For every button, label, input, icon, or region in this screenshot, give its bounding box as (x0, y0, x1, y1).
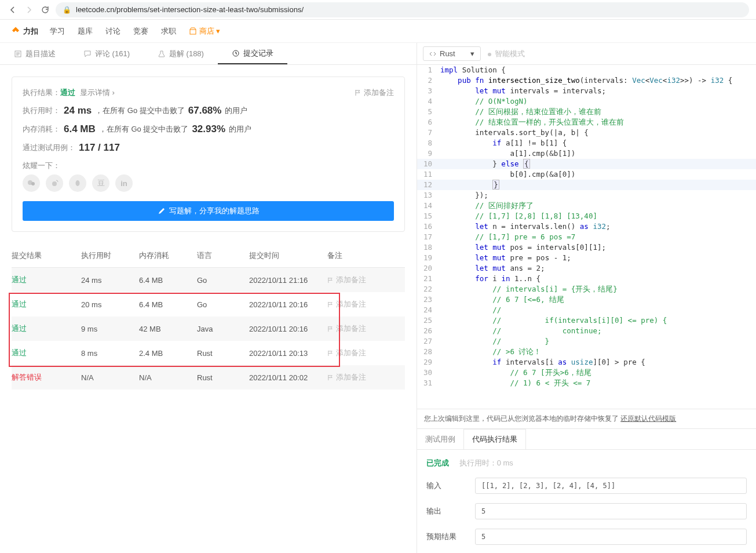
url-bar[interactable]: 🔒 leetcode.cn/problems/set-intersection-… (56, 2, 749, 17)
smart-mode-hint[interactable]: 智能模式 (488, 49, 525, 59)
line-number: 2 (417, 75, 440, 86)
mem-cell: 42 MB (139, 325, 197, 333)
lock-icon: 🔒 (63, 6, 71, 14)
nav-learn[interactable]: 学习 (49, 24, 66, 39)
nav-problems[interactable]: 题库 (76, 24, 94, 39)
lang-cell: Rust (197, 349, 249, 358)
code-content: a[1].cmp(&b[1]) (440, 148, 575, 159)
ts-cell: 2022/10/11 20:16 (249, 300, 327, 309)
weibo-icon (50, 179, 59, 188)
tab-submissions[interactable]: 提交记录 (218, 43, 287, 64)
add-note-button[interactable]: 添加备注 (355, 88, 394, 98)
share-linkedin[interactable]: in (115, 174, 133, 192)
pencil-icon (158, 207, 166, 215)
table-row[interactable]: 通过20 ms6.4 MBGo2022/10/11 20:16添加备注 (12, 292, 405, 316)
memory-pct: 32.93% (192, 123, 225, 135)
description-icon (14, 50, 22, 58)
nav-discuss[interactable]: 讨论 (104, 24, 122, 39)
show-detail-link[interactable]: 显示详情 › (80, 88, 115, 98)
line-number: 7 (417, 128, 440, 138)
code-content: } else { (440, 159, 530, 169)
write-solution-button[interactable]: 写题解，分享我的解题思路 (23, 201, 394, 221)
lang-cell: Go (197, 300, 249, 309)
code-content: if a[1] != b[1] { (440, 138, 567, 148)
table-row[interactable]: 解答错误N/AN/ARust2022/10/11 20:02添加备注 (12, 365, 405, 390)
svg-rect-0 (190, 30, 196, 34)
restore-link[interactable]: 还原默认代码模版 (620, 414, 676, 423)
code-content: // 1) 6 < 开头 <= 7 (440, 378, 590, 388)
row-add-note[interactable]: 添加备注 (327, 275, 391, 285)
time-cell: N/A (81, 373, 139, 382)
code-content: // if(intervals[i][0] <= pre) { (440, 315, 667, 326)
flag-icon (327, 350, 334, 356)
code-content: b[0].cmp(&a[0]) (440, 169, 575, 180)
share-qq[interactable] (69, 174, 86, 192)
status-cell[interactable]: 通过 (12, 323, 81, 334)
mem-cell: 2.4 MB (139, 349, 197, 358)
code-content: } (440, 180, 499, 190)
testcase-count: 117 / 117 (79, 142, 120, 154)
share-douban[interactable]: 豆 (92, 174, 109, 192)
ts-cell: 2022/10/11 21:16 (249, 276, 327, 285)
output-value[interactable]: 5 (475, 503, 747, 519)
line-number: 30 (417, 368, 440, 378)
runtime-label: 执行用时： (23, 105, 60, 116)
line-number: 1 (417, 65, 440, 75)
mem-cell: N/A (139, 373, 197, 382)
table-row[interactable]: 通过8 ms2.4 MBRust2022/10/11 20:13添加备注 (12, 341, 405, 365)
line-number: 28 (417, 347, 440, 357)
row-add-note[interactable]: 添加备注 (327, 348, 391, 358)
nav-contest[interactable]: 竞赛 (132, 24, 149, 39)
input-value[interactable]: [[1, 2], [2, 3], [2, 4], [4, 5]] (475, 478, 747, 494)
brand-text: 力扣 (23, 26, 38, 37)
code-content: let mut intervals = intervals; (440, 86, 606, 96)
tab-solutions[interactable]: 题解 (188) (144, 43, 218, 64)
line-number: 27 (417, 336, 440, 347)
status-cell[interactable]: 通过 (12, 299, 81, 310)
tab-comments[interactable]: 评论 (161) (70, 43, 144, 64)
code-content: // [1,7] [2,8] [1,8] [13,40] (440, 211, 597, 221)
table-row[interactable]: 通过24 ms6.4 MBGo2022/10/11 21:16添加备注 (12, 268, 405, 292)
line-number: 10 (417, 159, 440, 169)
tab-result[interactable]: 代码执行结果 (463, 429, 526, 449)
flag-icon (355, 89, 361, 96)
code-content: // 区间根据，结束位置谁小，谁在前 (440, 107, 601, 117)
nav-jobs[interactable]: 求职 (160, 24, 177, 39)
back-icon[interactable] (7, 4, 19, 16)
nav-store[interactable]: 商店 ▾ (188, 24, 221, 39)
mem-cell: 6.4 MB (139, 276, 197, 285)
line-number: 19 (417, 253, 440, 263)
lang-cell: Java (197, 325, 249, 333)
code-content: let mut pos = intervals[0][1]; (440, 242, 606, 253)
forward-icon[interactable] (23, 4, 35, 16)
svg-point-4 (31, 182, 35, 185)
share-weibo[interactable] (46, 174, 63, 192)
row-add-note[interactable]: 添加备注 (327, 372, 391, 383)
line-number: 26 (417, 326, 440, 336)
code-content: let n = intervals.len() as i32; (440, 221, 611, 232)
svg-point-5 (52, 181, 57, 186)
runtime-pct: 67.68% (188, 105, 222, 117)
problem-tabs: 题目描述 评论 (161) 题解 (188) 提交记录 (0, 43, 417, 65)
line-number: 13 (417, 190, 440, 201)
row-add-note[interactable]: 添加备注 (327, 299, 391, 310)
status-cell[interactable]: 通过 (12, 275, 81, 285)
expected-value[interactable]: 5 (475, 529, 747, 545)
line-number: 15 (417, 211, 440, 221)
code-content: let mut pre = pos - 1; (440, 253, 571, 263)
tab-testcase[interactable]: 测试用例 (417, 429, 463, 449)
reload-icon[interactable] (39, 4, 51, 16)
line-number: 3 (417, 86, 440, 96)
status-cell[interactable]: 解答错误 (12, 372, 81, 383)
language-select[interactable]: Rust ▾ (423, 46, 481, 61)
table-row[interactable]: 通过9 ms42 MBJava2022/10/11 20:16添加备注 (12, 316, 405, 341)
row-add-note[interactable]: 添加备注 (327, 323, 391, 334)
tab-description[interactable]: 题目描述 (0, 43, 70, 64)
expected-label: 预期结果 (426, 532, 467, 542)
share-wechat[interactable] (23, 174, 40, 192)
memory-label: 内存消耗： (23, 124, 60, 134)
status-cell[interactable]: 通过 (12, 348, 81, 358)
result-status: 通过 (60, 88, 75, 98)
brand-logo[interactable]: 力扣 (10, 26, 38, 37)
code-editor[interactable]: 1impl Solution {2 pub fn intersection_si… (417, 65, 756, 409)
